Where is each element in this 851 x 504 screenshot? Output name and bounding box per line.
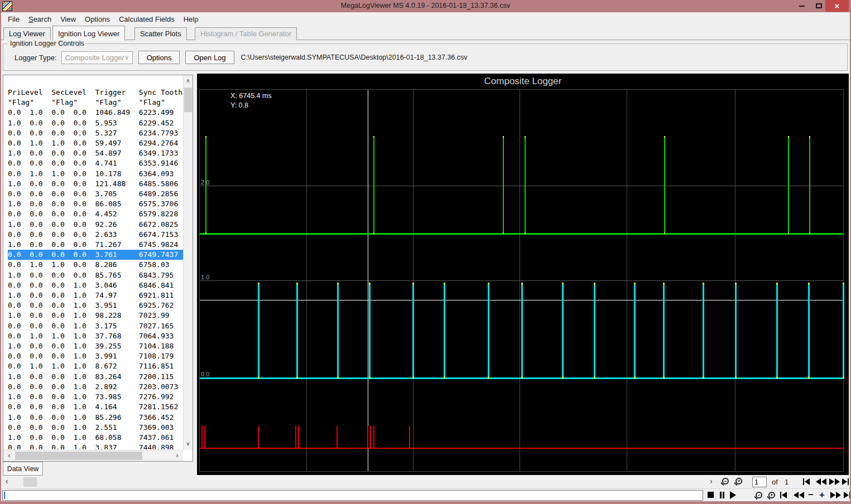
green-trace-spike xyxy=(809,136,810,234)
close-button[interactable]: × xyxy=(825,0,849,12)
table-row[interactable]: 0.0 1.0 1.0 0.0 10.178 6364.093 xyxy=(8,169,183,179)
cyan-trace-spike-tip xyxy=(488,283,489,284)
cyan-trace-spike-tip xyxy=(776,283,778,284)
table-row[interactable]: 0.0 0.0 0.0 1.0 3.837 7440.898 xyxy=(8,443,183,449)
tab-log-viewer[interactable]: Log Viewer xyxy=(3,27,51,40)
playback-rewind-button[interactable] xyxy=(794,492,804,498)
table-row[interactable]: 0.0 0.0 0.0 0.0 3.761 6749.7437 xyxy=(8,250,183,260)
options-button[interactable]: Options xyxy=(138,51,180,64)
grid-line-horizontal xyxy=(200,280,843,281)
cyan-trace-spike-base-tip xyxy=(594,377,595,379)
last-page-button[interactable] xyxy=(842,478,849,485)
table-row[interactable]: 1.0 0.0 0.0 1.0 73.985 7276.992 xyxy=(8,392,183,402)
play-button[interactable] xyxy=(730,491,736,499)
scroll-right-icon[interactable]: › xyxy=(172,450,182,461)
playback-zoom-out-button[interactable]: − xyxy=(756,492,762,498)
close-icon: × xyxy=(835,1,840,11)
playback-zoom-in-button[interactable]: + xyxy=(768,492,775,498)
chart-scroll-right-arrow[interactable]: › xyxy=(710,477,713,486)
scroll-left-icon[interactable]: ‹ xyxy=(4,450,14,461)
table-row[interactable]: 0.0 0.0 0.0 0.0 2.633 6674.7153 xyxy=(8,230,183,240)
cyan-trace-spike-tip xyxy=(703,283,704,284)
table-row[interactable]: 0.0 0.0 0.0 1.0 4.164 7281.1562 xyxy=(8,402,183,412)
horizontal-scroll-thumb[interactable] xyxy=(15,452,142,460)
vertical-scroll-thumb[interactable] xyxy=(184,88,192,112)
table-row[interactable]: 1.0 0.0 0.0 0.0 121.488 6485.5806 xyxy=(8,179,183,189)
table-row[interactable]: 1.0 0.0 0.0 0.0 85.765 6843.795 xyxy=(8,270,183,280)
table-row[interactable]: 0.0 0.0 0.0 1.0 2.551 7369.003 xyxy=(8,423,183,433)
menu-search[interactable]: Search xyxy=(24,13,56,25)
table-row[interactable]: 1.0 0.0 0.0 0.0 71.267 6745.9824 xyxy=(8,240,183,250)
minimize-button[interactable] xyxy=(794,0,810,12)
chart-scroll-left-arrow[interactable]: ‹ xyxy=(6,477,8,486)
table-row[interactable]: 1.0 0.0 0.0 1.0 39.255 7104.188 xyxy=(8,341,183,351)
playback-faster-button[interactable]: + xyxy=(819,492,825,498)
scroll-down-icon[interactable]: ∨ xyxy=(184,439,193,449)
table-row[interactable]: 1.0 0.0 0.0 1.0 68.058 7437.061 xyxy=(8,433,183,443)
table-row[interactable]: 1.0 0.0 0.0 0.0 54.897 6349.1733 xyxy=(8,148,183,158)
playback-first-button[interactable] xyxy=(780,492,787,498)
next-page-button[interactable] xyxy=(829,478,840,485)
tab-data-view[interactable]: Data View xyxy=(3,462,43,476)
menu-file[interactable]: File xyxy=(3,13,24,25)
first-page-button[interactable] xyxy=(803,478,810,485)
menu-view[interactable]: View xyxy=(56,13,80,25)
open-log-button[interactable]: Open Log xyxy=(185,51,234,64)
ignition-logger-controls-group: Ignition Logger Controls Logger Type: Co… xyxy=(3,43,848,71)
table-row[interactable]: 0.0 0.0 0.0 0.0 3.705 6489.2856 xyxy=(8,189,183,199)
file-path: C:\Users\steigerwald.SYMPATECUSA\Desktop… xyxy=(241,54,468,61)
table-row[interactable]: 1.0 0.0 0.0 0.0 86.085 6575.3706 xyxy=(8,199,183,209)
tab-ignition-log-viewer[interactable]: Ignition Log Viewer xyxy=(52,26,125,41)
table-row[interactable]: 0.0 1.0 1.0 1.0 8.672 7116.851 xyxy=(8,361,183,371)
playback-end-icon xyxy=(844,492,849,498)
pause-icon-2 xyxy=(723,492,724,498)
menu-calculated-fields[interactable]: Calculated Fields xyxy=(114,13,179,25)
table-row[interactable]: 1.0 0.0 0.0 1.0 85.296 7366.452 xyxy=(8,413,183,423)
table-row[interactable]: 1.0 0.0 0.0 1.0 83.264 7200.115 xyxy=(8,372,183,382)
table-horizontal-scrollbar[interactable]: ‹ › xyxy=(3,450,183,461)
green-trace-spike-base-tip xyxy=(664,232,665,234)
cyan-trace-spike xyxy=(337,283,339,378)
pause-button[interactable] xyxy=(720,492,724,498)
table-header-row-2: "Flag" "Flag" "Flag" "Flag" xyxy=(8,98,183,108)
logger-type-select[interactable]: Composite Logger ∨ xyxy=(61,51,133,64)
green-trace-baseline xyxy=(200,233,843,235)
table-vertical-scrollbar[interactable]: ∧ ∨ xyxy=(183,75,193,450)
table-row[interactable]: 0.0 0.0 0.0 1.0 2.892 7203.0073 xyxy=(8,382,183,392)
table-row[interactable]: 0.0 0.0 0.0 0.0 4.452 6579.8228 xyxy=(8,209,183,219)
chart-scroll-row: ‹ › − + of 1 xyxy=(1,476,850,489)
table-row[interactable]: 1.0 0.0 0.0 0.0 92.26 6672.0825 xyxy=(8,220,183,230)
table-row[interactable]: 0.0 1.0 1.0 0.0 8.286 6758.03 xyxy=(8,260,183,270)
table-row[interactable]: 0.0 0.0 0.0 0.0 5.327 6234.7793 xyxy=(8,128,183,138)
data-view-label: Data View xyxy=(7,465,39,473)
table-row[interactable]: 0.0 0.0 0.0 1.0 3.046 6846.841 xyxy=(8,280,183,290)
table-row[interactable]: 0.0 0.0 0.0 0.0 4.741 6353.9146 xyxy=(8,158,183,168)
cyan-trace-spike-base-tip xyxy=(663,377,665,379)
zoom-out-button[interactable]: − xyxy=(722,478,729,484)
cursor-y-value: Y: 0.8 xyxy=(230,101,272,110)
table-row[interactable]: 0.0 0.0 0.0 1.0 3.951 6925.762 xyxy=(8,301,183,311)
table-row[interactable]: 0.0 0.0 0.0 1.0 3.175 7027.165 xyxy=(8,321,183,331)
table-row[interactable]: 0.0 0.0 0.0 1.0 3.991 7108.179 xyxy=(8,351,183,361)
tab-scatter-plots[interactable]: Scatter Plots xyxy=(134,27,187,40)
table-row[interactable]: 1.0 0.0 0.0 1.0 98.228 7023.99 xyxy=(8,311,183,321)
table-row[interactable]: 0.0 1.0 1.0 0.0 59.497 6294.2764 xyxy=(8,138,183,148)
zoom-in-button[interactable]: + xyxy=(735,478,742,484)
plot-region[interactable]: 2.01.00.0 X: 6745.4 ms Y: 0.8 xyxy=(199,89,844,472)
stop-button[interactable] xyxy=(708,492,714,498)
table-row[interactable]: 0.0 1.0 1.0 1.0 37.768 7064.933 xyxy=(8,331,183,341)
page-total-label: 1 xyxy=(785,478,789,486)
maximize-button[interactable] xyxy=(810,0,827,12)
table-row[interactable]: 1.0 0.0 0.0 0.0 5.953 6229.452 xyxy=(8,118,183,128)
playback-forward-button[interactable] xyxy=(830,492,841,498)
status-input[interactable] xyxy=(2,490,703,501)
scroll-up-icon[interactable]: ∧ xyxy=(184,76,193,86)
table-row[interactable]: 1.0 0.0 0.0 1.0 74.97 6921.811 xyxy=(8,290,183,301)
prev-page-button[interactable] xyxy=(816,478,826,485)
menu-options[interactable]: Options xyxy=(80,13,114,25)
table-row[interactable]: 0.0 1.0 0.0 0.0 1046.849 6223.499 xyxy=(8,108,183,118)
playback-slower-button[interactable]: − xyxy=(808,492,814,498)
chart-scroll-thumb[interactable] xyxy=(23,477,37,487)
page-number-input[interactable] xyxy=(752,477,767,487)
menu-help[interactable]: Help xyxy=(179,13,203,25)
